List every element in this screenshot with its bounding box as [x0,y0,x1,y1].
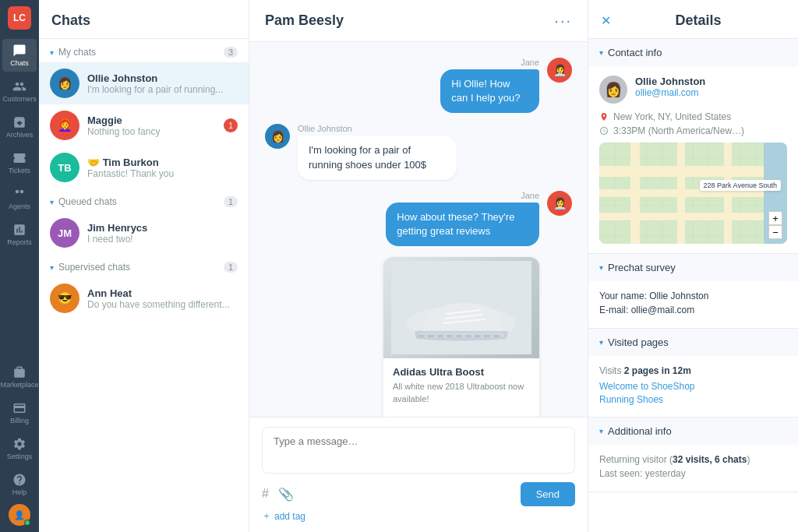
map-road-1 [599,166,787,177]
contact-info-header[interactable]: ▾ Contact info [588,39,798,66]
chat-item-tim[interactable]: TB 🤝 Tim Burkon Fantastic! Thank you [39,146,249,188]
sidebar-item-marketplace[interactable]: Marketplace [2,361,37,393]
chats-icon [12,44,26,58]
chat-preview-tim: Fantastic! Thank you [87,168,238,179]
sidebar-item-archives[interactable]: Archives [2,111,37,143]
sidebar-item-chats-label: Chats [10,59,29,67]
supervised-chats-chevron: ▾ [50,263,54,272]
msg-col-1: Jane Hi Ollie! How can I help you? [387,58,539,113]
visited-pages-chevron: ▾ [599,338,603,347]
msg-avatar-jane-3: 👩‍💼 [547,191,572,216]
chat-info-tim: 🤝 Tim Burkon Fantastic! Thank you [87,157,238,179]
chat-name-maggie: Maggie [87,115,216,126]
visits-label: Visits [599,365,621,376]
msg-sender-ollie: Ollie Johnston [298,124,542,133]
shoe-svg [391,261,531,354]
attachment-icon[interactable]: 📎 [278,487,294,502]
message-input-area: # 📎 Send ＋ add tag [249,417,588,532]
sidebar-item-help[interactable]: Help [2,468,37,501]
sidebar-item-billing-label: Billing [10,417,29,425]
msg-avatar-jane-1: 👩‍💼 [547,58,572,83]
sidebar-item-customers-label: Customers [2,95,37,103]
contact-email[interactable]: ollie@mail.com [635,87,705,98]
map-road-v2 [677,143,685,244]
tickets-icon [12,151,26,165]
sidebar-item-tickets[interactable]: Tickets [2,146,37,179]
zoom-out-button[interactable]: − [768,225,782,239]
messages-area: 👩‍💼 Jane Hi Ollie! How can I help you? 👩… [249,42,588,417]
returning-visitor-row: Returning visitor (32 visits, 6 chats) [599,454,787,465]
visited-link-2[interactable]: Running Shoes [599,394,787,405]
sidebar-item-agents-label: Agents [9,203,30,210]
settings-icon [12,437,26,451]
hashtag-icon[interactable]: # [262,487,269,502]
last-seen-value: yesterday [645,468,686,479]
supervised-chats-count: 1 [224,262,238,273]
product-title: Adidas Ultra Boost [393,366,530,378]
contact-info-chevron: ▾ [599,48,603,57]
prechat-header[interactable]: ▾ Prechat survey [588,254,798,281]
chat-item-ann[interactable]: 😎 Ann Heat Do you have something differe… [39,277,249,319]
map-road-v1 [630,143,640,244]
chat-name-ollie: Ollie Johnston [87,72,238,84]
sidebar-item-customers[interactable]: Customers [2,75,37,107]
queued-chats-section-header[interactable]: ▾ Queued chats 1 [39,188,249,212]
survey-name-value: Ollie Johnston [649,291,708,301]
sidebar-item-chats[interactable]: Chats [2,39,37,72]
sidebar-item-reports[interactable]: Reports [2,218,37,251]
visited-link-1[interactable]: Welcome to ShoeShop [599,381,787,392]
prechat-chevron: ▾ [599,263,603,272]
contact-info-label: Contact info [608,47,662,58]
msg-sender-jane-3: Jane [521,191,539,200]
details-header: ✕ Details [588,0,798,39]
add-tag-button[interactable]: ＋ add tag [262,509,575,523]
archives-icon [12,115,26,129]
marketplace-icon [12,365,26,379]
svg-rect-12 [475,335,481,337]
visited-pages-section: ▾ Visited pages Visits 2 pages in 12m We… [588,329,798,417]
survey-name-label: Your name: [599,291,647,301]
msg-sender-jane-1: Jane [521,58,539,67]
sidebar: LC Chats Customers Archives Tickets Agen… [0,0,39,532]
svg-rect-10 [456,335,462,337]
sidebar-item-agents[interactable]: Agents [2,182,37,215]
chat-item-maggie[interactable]: 👩‍🦰 Maggie Nothing too fancy 1 [39,104,249,146]
sidebar-item-settings[interactable]: Settings [2,432,37,465]
additional-info-header[interactable]: ▾ Additional info [588,417,798,445]
chat-preview-ann: Do you have something different... [87,299,238,310]
input-icons: # 📎 [262,487,294,502]
survey-email-row: E-mail: ollie@mail.com [599,305,787,315]
sidebar-item-billing[interactable]: Billing [2,396,37,429]
chat-options-button[interactable]: ··· [554,12,572,30]
survey-email-label: E-mail: [599,305,628,315]
supervised-chats-section-header[interactable]: ▾ Supervised chats 1 [39,254,249,277]
chat-avatar-ollie: 👩 [50,69,79,98]
supervised-chats-label: Supervised chats [58,262,130,273]
visits-info: Visits 2 pages in 12m [599,365,787,376]
chat-item-ollie[interactable]: 👩 Ollie Johnston I'm looking for a pair … [39,62,249,104]
queued-chats-chevron: ▾ [50,198,54,206]
send-button[interactable]: Send [521,482,575,506]
svg-rect-7 [428,335,434,337]
user-avatar-container[interactable]: 👤 [9,504,30,526]
contact-details-text: Ollie Johnston ollie@mail.com [635,76,705,98]
contact-name: Ollie Johnston [635,76,705,87]
chat-item-jim[interactable]: JM Jim Henrycs I need two! [39,212,249,254]
close-details-button[interactable]: ✕ [601,13,611,28]
visited-pages-body: Visits 2 pages in 12m Welcome to ShoeSho… [588,356,798,417]
message-2: 👩 Ollie Johnston I'm looking for a pair … [265,124,572,179]
zoom-in-button[interactable]: + [768,211,782,225]
input-toolbar: # 📎 Send [262,482,575,506]
visited-pages-header[interactable]: ▾ Visited pages [588,329,798,356]
map-road-3 [599,213,787,220]
msg-bubble-3: How about these? They're getting great r… [386,203,539,246]
my-chats-section-header[interactable]: ▾ My chats 3 [39,39,249,62]
message-input[interactable] [262,427,575,474]
chat-preview-ollie: I'm looking for a pair of running... [87,84,238,95]
my-chats-chevron: ▾ [50,48,54,57]
msg-bubble-2: I'm looking for a pair of running shoes … [298,136,457,179]
plus-icon: ＋ [262,509,271,523]
message-4-product: Adidas Ultra Boost All white new 2018 Ul… [265,257,572,417]
chat-preview-jim: I need two! [87,234,238,245]
agents-icon [12,187,26,201]
